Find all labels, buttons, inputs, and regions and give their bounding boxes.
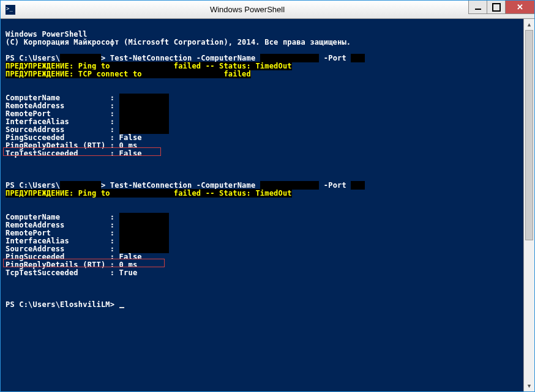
prompt-1: PS C:\Users\XXXXXXXXX> Test-NetConnectio… xyxy=(6,54,365,62)
prop-computername-2: ComputerName : XXXXXXXXXXX xyxy=(6,213,169,221)
powershell-icon xyxy=(6,5,15,15)
close-button[interactable] xyxy=(505,1,534,14)
window-controls xyxy=(468,1,534,14)
maximize-button[interactable] xyxy=(487,1,505,14)
prop-remoteport-1: RemotePort : XXXXXXXXXXX xyxy=(6,109,169,118)
vertical-scrollbar[interactable]: ▲ ▼ xyxy=(523,19,534,391)
prop-interfacealias-2: InterfaceAlias : XXXXXXXXXXX xyxy=(6,237,169,245)
prop-computername-1: ComputerName : XXXXXXXXXXX xyxy=(6,94,169,102)
prop-interfacealias-1: InterfaceAlias : XXXXXXXXXXX xyxy=(6,117,169,126)
prop-pingsucceeded-2: PingSucceeded : False xyxy=(6,253,142,261)
prompt-final: PS C:\Users\EloshviliLM> xyxy=(6,300,124,309)
cursor xyxy=(119,307,124,308)
prompt-2: PS C:\Users\XXXXXXXXX> Test-NetConnectio… xyxy=(6,181,365,190)
prop-remoteaddress-1: RemoteAddress : XXXXXXXXXXX xyxy=(6,102,169,110)
prop-sourceaddress-1: SourceAddress : XXXXXXXXXXX xyxy=(6,125,169,134)
scroll-up-button[interactable]: ▲ xyxy=(524,19,534,30)
warning-1a: ПРЕДУПРЕЖДЕНИЕ: Ping to XXXXXXXXXXXX fai… xyxy=(6,62,292,70)
window-title: Windows PowerShell xyxy=(0,5,534,14)
titlebar[interactable]: Windows PowerShell xyxy=(1,1,534,19)
prop-pingreply-1: PingReplyDetails (RTT) : 0 ms xyxy=(6,141,137,150)
prop-remoteaddress-2: RemoteAddress : XXXXXXXXXXX xyxy=(6,221,169,229)
warning-2a: ПРЕДУПРЕЖДЕНИЕ: Ping to XXXXXXXXXXXX fai… xyxy=(6,189,292,198)
banner-line1: Windows PowerShell xyxy=(6,30,88,39)
scroll-track[interactable] xyxy=(524,30,534,380)
client-area: Windows PowerShell (C) Корпорация Майкро… xyxy=(1,19,534,391)
warning-1b: ПРЕДУПРЕЖДЕНИЕ: TCP connect to XXXXXXXXX… xyxy=(6,70,251,78)
minimize-button[interactable] xyxy=(468,1,487,14)
prop-sourceaddress-2: SourceAddress : XXXXXXXXXXX xyxy=(6,245,169,253)
prop-pingsucceeded-1: PingSucceeded : False xyxy=(6,133,142,142)
prop-tcptest-2: TcpTestSucceeded : True xyxy=(6,268,137,277)
console-output[interactable]: Windows PowerShell (C) Корпорация Майкро… xyxy=(1,19,523,391)
scroll-down-button[interactable]: ▼ xyxy=(524,380,534,391)
prop-tcptest-1: TcpTestSucceeded : False xyxy=(6,149,142,158)
prop-remoteport-2: RemotePort : XXXXXXXXXXX xyxy=(6,229,169,237)
scroll-thumb[interactable] xyxy=(525,30,533,240)
banner-line2: (C) Корпорация Майкрософт (Microsoft Cor… xyxy=(6,38,351,46)
prop-pingreply-2: PingReplyDetails (RTT) : 0 ms xyxy=(6,261,137,269)
